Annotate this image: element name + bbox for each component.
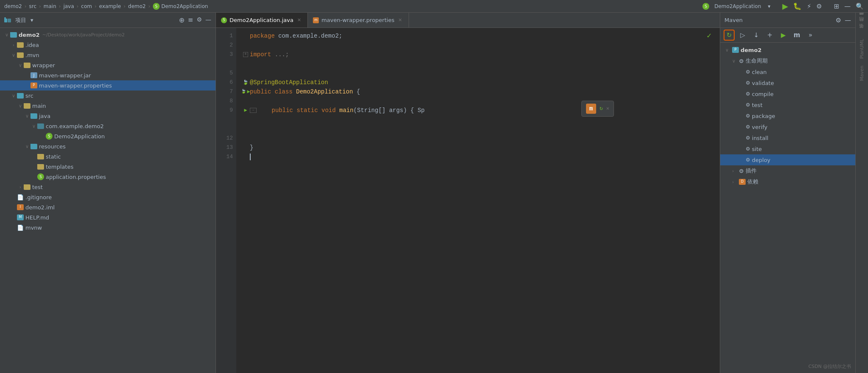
breadcrumb-java[interactable]: java — [64, 3, 74, 9]
collapse-icon[interactable]: + — [243, 52, 248, 57]
tab-maven-props-close[interactable]: ✕ — [397, 17, 403, 23]
maven-test-label: test — [752, 102, 763, 108]
sidebar-filter-icon[interactable]: ≡ — [188, 16, 194, 24]
maven-execute-btn[interactable]: ▷ — [737, 30, 748, 41]
tree-item-gitignore[interactable]: 📄 .gitignore — [0, 192, 216, 202]
tree-item-resources[interactable]: ∨ resources — [0, 141, 216, 151]
maven-settings-icon[interactable]: ⚙ — [836, 16, 841, 24]
gutter-3: + — [241, 52, 250, 57]
gitignore-icon: 📄 — [17, 194, 24, 200]
maven-more-btn[interactable]: » — [805, 30, 816, 41]
minimize-icon[interactable]: — — [844, 3, 851, 10]
profile-icon[interactable]: ⚡ — [807, 3, 811, 10]
right-tab-maven[interactable]: Maven — [858, 63, 865, 83]
tree-item-java[interactable]: ∨ java — [0, 111, 216, 121]
tree-item-help-md[interactable]: M HELP.md — [0, 212, 216, 222]
maven-clean-label: clean — [752, 69, 767, 75]
tree-item-iml[interactable]: I demo2.iml — [0, 202, 216, 212]
sidebar-add-icon[interactable]: ⊕ — [179, 16, 184, 24]
spring-gutter-6[interactable]: 🍃 — [243, 78, 249, 87]
tree-item-templates[interactable]: templates — [0, 162, 216, 172]
tab-demo2app-close[interactable]: ✕ — [296, 17, 302, 23]
maven-tree-deploy[interactable]: ⚙ deploy — [720, 154, 855, 165]
right-tab-planuml[interactable]: PlanUML — [858, 36, 865, 61]
maven-test-icon: ⚙ — [746, 102, 750, 108]
tree-item-wrapper[interactable]: ∨ wrapper — [0, 60, 216, 70]
settings-top-icon[interactable]: ⚙ — [816, 3, 822, 10]
maven-plugins-icon: ⚙ — [739, 168, 744, 174]
method-collapse-icon[interactable]: − — [250, 108, 257, 113]
maven-tree-site[interactable]: ⚙ site — [720, 143, 855, 154]
run-button[interactable]: ▶ — [782, 2, 788, 11]
test-label: test — [32, 184, 43, 190]
tree-item-src[interactable]: ∨ src — [0, 91, 216, 101]
maven-tree-test[interactable]: ⚙ test — [720, 99, 855, 110]
maven-tree-package[interactable]: ⚙ package — [720, 110, 855, 121]
right-tab-bookmarks[interactable]: 书签 — [858, 30, 866, 35]
demo2app-tree-label: Demo2Application — [54, 133, 105, 140]
maven-tree-lifecycle[interactable]: ∨ ⚙ 生命周期 — [720, 55, 855, 66]
breadcrumb-src[interactable]: src — [29, 3, 36, 9]
right-tab-structure[interactable]: 结构 — [858, 23, 866, 28]
code-editor[interactable]: 1 2 3 5 6 7 8 9 12 13 14 ✓ — [216, 28, 720, 373]
maven-m-btn[interactable]: m — [791, 30, 802, 41]
maven-popup-refresh[interactable]: ↻ — [600, 104, 603, 113]
breadcrumb-example[interactable]: example — [99, 3, 121, 9]
wrapper-folder-icon — [24, 63, 30, 68]
maven-tree-verify[interactable]: ⚙ verify — [720, 121, 855, 132]
maven-tree-deps[interactable]: › D 依赖 — [720, 176, 855, 187]
editor-area: S Demo2Application.java ✕ m maven-wrappe… — [216, 13, 720, 373]
main-folder-icon — [24, 103, 30, 109]
tree-item-package[interactable]: ∨ com.example.demo2 — [0, 121, 216, 131]
gutter-9: ▶ — [241, 106, 250, 115]
maven-tree-demo2[interactable]: ∨ P demo2 — [720, 44, 855, 55]
breadcrumb-demo2[interactable]: demo2 — [4, 3, 22, 9]
maven-tree-plugins[interactable]: › ⚙ 插件 — [720, 165, 855, 176]
maven-popup-close[interactable]: ✕ — [606, 104, 609, 113]
maven-tree-clean[interactable]: ⚙ clean — [720, 66, 855, 77]
tree-item-maven-wrapper-props[interactable]: P maven-wrapper.properties — [0, 80, 216, 91]
tree-item-main[interactable]: ∨ main — [0, 101, 216, 111]
tab-demo2app-java[interactable]: S Demo2Application.java ✕ — [216, 13, 308, 27]
mvnw-icon: 📄 — [17, 225, 24, 231]
tree-item-demo2app[interactable]: S Demo2Application — [0, 131, 216, 141]
layout-icon[interactable]: ⊞ — [834, 3, 839, 10]
tab-maven-props[interactable]: m maven-wrapper.properties ✕ — [308, 13, 409, 27]
arrow-test: › — [17, 184, 24, 190]
maven-add-btn[interactable]: + — [764, 30, 775, 41]
code-content[interactable]: ✓ package com.example.demo2; + import ..… — [236, 28, 720, 373]
maven-run-btn[interactable]: ▶ — [778, 30, 789, 41]
arrow-resources: ∨ — [24, 144, 30, 149]
mvn-label: .mvn — [25, 52, 39, 58]
sidebar-settings-icon[interactable]: ⚙ — [196, 16, 202, 24]
code-line-1: package com.example.demo2; — [241, 31, 720, 41]
code-line-12 — [241, 134, 720, 143]
code-line-11 — [241, 124, 720, 134]
tree-item-mvnw[interactable]: 📄 mvnw — [0, 222, 216, 233]
maven-download-btn[interactable]: ↓ — [751, 30, 762, 41]
maven-tree-install[interactable]: ⚙ install — [720, 132, 855, 143]
demo2app-label: Demo2Application — [714, 3, 761, 9]
maven-minimize-icon[interactable]: — — [845, 16, 851, 24]
debug-icon[interactable]: 🐛 — [793, 2, 802, 10]
breadcrumb-com[interactable]: com — [81, 3, 92, 9]
tree-item-app-props[interactable]: S application.properties — [0, 172, 216, 182]
search-top-icon[interactable]: 🔍 — [856, 3, 864, 10]
tree-item-maven-wrapper-jar[interactable]: J maven-wrapper.jar — [0, 70, 216, 80]
maven-tree-compile[interactable]: ⚙ compile — [720, 88, 855, 99]
tree-item-idea[interactable]: › .idea — [0, 40, 216, 50]
maven-tree-validate[interactable]: ⚙ validate — [720, 77, 855, 88]
sidebar-minimize-icon[interactable]: — — [205, 16, 211, 24]
maven-reload-btn[interactable]: ↻ — [724, 30, 735, 41]
breadcrumb-main[interactable]: main — [44, 3, 56, 9]
tree-item-project-root[interactable]: ∨ demo2 ~/Desktop/work/javaProject/demo2 — [0, 30, 216, 40]
maven-run-icon: ▶ — [781, 31, 786, 39]
maven-download-icon: ↓ — [754, 31, 759, 39]
breadcrumb-demo2-pkg[interactable]: demo2 — [128, 3, 146, 9]
tree-item-static[interactable]: static — [0, 151, 216, 162]
maven-m-icon: m — [793, 31, 800, 39]
tree-item-test[interactable]: › test — [0, 182, 216, 192]
right-tab-plugin-manager[interactable]: 插件管理器 — [858, 16, 866, 21]
tree-item-mvn[interactable]: ∨ .mvn — [0, 50, 216, 60]
run-gutter-9[interactable]: ▶ — [244, 106, 247, 115]
